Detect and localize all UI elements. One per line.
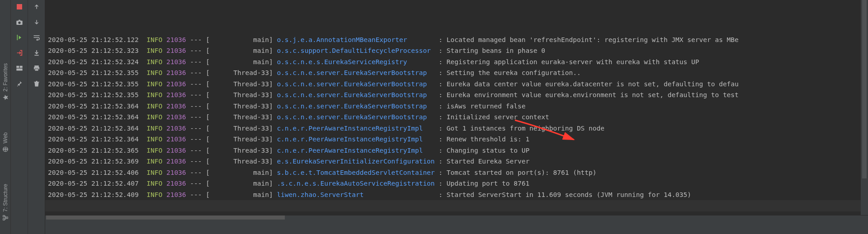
log-line: 2020-05-25 21:12:52.364 INFO 21036 --- [… [45,101,868,112]
log-level: INFO [146,147,162,154]
log-timestamp: 2020-05-25 21:12:52.369 [48,158,139,165]
scroll-end-button[interactable] [31,48,42,58]
log-sep: --- [ [186,191,210,198]
log-timestamp: 2020-05-25 21:12:52.406 [48,169,139,176]
log-colon: : [435,58,447,66]
log-timestamp: 2020-05-25 21:12:52.409 [48,191,139,198]
log-pid: 21036 [166,136,186,143]
log-thread: Thread-33] [210,113,273,121]
stop-icon [16,4,23,10]
side-tab-favorites[interactable]: 2: Favorites [2,63,9,101]
log-sep: --- [ [186,180,210,187]
log-colon: : [435,136,447,143]
log-pid: 21036 [166,147,186,154]
log-pid: 21036 [166,91,186,98]
log-line: 2020-05-25 21:12:52.406 INFO 21036 --- [… [45,167,868,178]
caret-line[interactable] [45,200,868,211]
log-colon: : [435,113,447,121]
log-level: INFO [146,136,162,143]
log-colon: : [435,80,447,88]
log-thread: Thread-33] [210,147,273,154]
log-thread: main] [210,169,273,176]
log-logger: e.s.EurekaServerInitializerConfiguration [277,158,434,165]
log-sep: --- [ [186,47,210,54]
log-message: Started ServerStart in 11.609 seconds (J… [447,191,691,198]
run-tool-gutter [11,0,28,234]
log-colon: : [435,91,447,98]
structure-icon [2,215,9,221]
log-sep: --- [ [186,36,210,43]
vertical-scrollbar[interactable] [861,0,868,215]
camera-button[interactable] [14,17,25,27]
log-line: 2020-05-25 21:12:52.364 INFO 21036 --- [… [45,134,868,145]
arrow-down-icon [33,19,40,25]
side-tab-label: 7: Structure [2,184,9,212]
log-message: isAws returned false [447,103,526,110]
log-timestamp: 2020-05-25 21:12:52.324 [48,58,139,66]
log-thread: Thread-33] [210,158,273,165]
log-logger: o.s.c.n.e.server.EurekaServerBootstrap [277,91,434,98]
log-output[interactable]: 2020-05-25 21:12:52.122 INFO 21036 --- [… [45,0,868,215]
log-logger: c.n.e.r.PeerAwareInstanceRegistryImpl [277,147,434,154]
up-button[interactable] [31,2,42,12]
camera-icon [16,19,23,25]
log-pid: 21036 [166,191,186,198]
vertical-scrollbar-thumb[interactable] [862,0,867,178]
side-tab-web[interactable]: Web [2,132,9,152]
rerun-button[interactable] [14,33,25,42]
log-message: Renew threshold is: 1 [447,136,529,143]
log-thread: Thread-33] [210,80,273,88]
side-tool-tabs: 2: Favorites Web 7: Structure [0,0,11,234]
log-timestamp: 2020-05-25 21:12:52.365 [48,147,139,154]
down-button[interactable] [31,17,42,27]
svg-rect-7 [16,66,19,68]
log-line: 2020-05-25 21:12:52.364 INFO 21036 --- [… [45,112,868,123]
log-thread: Thread-33] [210,69,273,76]
log-timestamp: 2020-05-25 21:12:52.323 [48,47,139,54]
console-footer [45,215,868,234]
clear-button[interactable] [31,79,42,89]
log-message: Tomcat started on port(s): 8761 (http) [447,169,597,176]
log-sep: --- [ [186,125,210,132]
log-timestamp: 2020-05-25 21:12:52.355 [48,80,139,88]
log-colon: : [435,103,447,110]
exit-button[interactable] [14,48,25,58]
log-sep: --- [ [186,103,210,110]
log-sep: --- [ [186,91,210,98]
log-sep: --- [ [186,158,210,165]
print-icon [33,65,40,72]
stop-button[interactable] [14,2,25,12]
log-logger: o.s.c.n.e.server.EurekaServerBootstrap [277,113,434,121]
side-tab-label: Web [2,132,9,143]
log-thread: Thread-33] [210,125,273,132]
side-tab-label: 2: Favorites [2,63,9,92]
log-timestamp: 2020-05-25 21:12:52.355 [48,69,139,76]
log-line: 2020-05-25 21:12:52.323 INFO 21036 --- [… [45,45,868,56]
log-thread: main] [210,191,273,198]
log-timestamp: 2020-05-25 21:12:52.364 [48,136,139,143]
pin-button[interactable] [14,79,25,89]
horizontal-scrollbar-thumb[interactable] [46,215,285,220]
exit-icon [16,49,23,56]
log-thread: Thread-33] [210,103,273,110]
log-line: 2020-05-25 21:12:52.365 INFO 21036 --- [… [45,145,868,156]
layout-button[interactable] [14,63,25,73]
log-colon: : [435,147,447,154]
arrow-up-icon [33,4,40,10]
horizontal-scrollbar[interactable] [46,215,858,220]
svg-rect-2 [3,215,5,217]
log-logger: o.s.c.n.e.server.EurekaServerBootstrap [277,80,434,88]
log-sep: --- [ [186,113,210,121]
side-tab-structure[interactable]: 7: Structure [2,184,9,221]
log-level: INFO [146,69,162,76]
log-timestamp: 2020-05-25 21:12:52.364 [48,103,139,110]
star-icon [2,94,9,101]
log-timestamp: 2020-05-25 21:12:52.364 [48,113,139,121]
log-logger: o.s.c.n.e.s.EurekaServiceRegistry [277,58,434,66]
log-line: 2020-05-25 21:12:52.355 INFO 21036 --- [… [45,89,868,101]
print-button[interactable] [31,63,42,73]
log-line: 2020-05-25 21:12:52.122 INFO 21036 --- [… [45,34,868,46]
log-message: Registering application euraka-server wi… [447,58,699,66]
softwrap-button[interactable] [31,33,42,42]
log-pid: 21036 [166,169,186,176]
